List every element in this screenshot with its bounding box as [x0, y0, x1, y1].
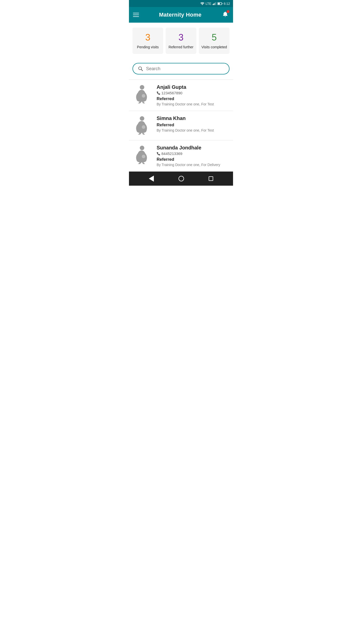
search-icon: [138, 66, 143, 71]
referred-further-label: Referred further: [169, 45, 194, 49]
pending-visits-number: 3: [145, 32, 150, 43]
phone-icon-3: [157, 152, 160, 155]
patient-avatar-1: [132, 84, 153, 104]
patient-info-1: Anjali Gupta 1234567890 Referred By Trai…: [157, 84, 230, 106]
pending-visits-label: Pending visits: [137, 45, 159, 49]
patient-ref-2: By Training Doctor one one, For Test: [157, 128, 230, 132]
page-title: Maternity Home: [159, 12, 201, 18]
svg-rect-6: [222, 3, 222, 4]
visits-completed-number: 5: [212, 32, 217, 43]
svg-point-0: [202, 5, 203, 5]
referred-further-number: 3: [178, 32, 184, 43]
notification-badge: [227, 10, 230, 13]
svg-rect-7: [218, 3, 220, 4]
svg-rect-2: [214, 3, 214, 5]
patient-item-3[interactable]: Sunanda Jondhale 8445213369 Referred By …: [129, 140, 233, 172]
svg-point-12: [142, 94, 145, 98]
patient-ref-1: By Training Doctor one one, For Test: [157, 102, 230, 106]
back-button[interactable]: [149, 176, 154, 182]
patient-phone-3: 8445213369: [157, 151, 230, 156]
svg-point-15: [142, 125, 145, 129]
svg-rect-1: [213, 4, 213, 5]
time-label: 6:12: [224, 2, 230, 6]
patient-name-2: Simna Khan: [157, 115, 230, 121]
lte-label: LTE: [206, 2, 211, 6]
wifi-icon: [200, 2, 204, 5]
patient-item-2[interactable]: Simna Khan Referred By Training Doctor o…: [129, 111, 233, 140]
search-bar[interactable]: [132, 63, 230, 74]
back-icon: [149, 176, 154, 182]
recents-button[interactable]: [209, 176, 213, 181]
toolbar: Maternity Home: [129, 7, 233, 23]
svg-line-9: [141, 69, 143, 71]
patient-status-1: Referred: [157, 96, 230, 101]
battery-icon: [217, 2, 222, 5]
search-input[interactable]: [146, 66, 224, 71]
patient-info-3: Sunanda Jondhale 8445213369 Referred By …: [157, 145, 230, 167]
notification-button[interactable]: [221, 11, 229, 19]
patient-avatar-3: [132, 145, 153, 165]
signal-icon: [213, 2, 216, 5]
patient-name-1: Anjali Gupta: [157, 84, 230, 90]
patient-item-1[interactable]: Anjali Gupta 1234567890 Referred By Trai…: [129, 80, 233, 111]
status-icons: LTE 6:12: [200, 2, 230, 6]
recents-icon: [209, 176, 213, 181]
patient-phone-1: 1234567890: [157, 91, 230, 95]
home-icon: [178, 176, 184, 181]
patient-name-3: Sunanda Jondhale: [157, 145, 230, 151]
patient-status-2: Referred: [157, 123, 230, 128]
bottom-nav: [129, 172, 233, 186]
search-section: [129, 59, 233, 79]
svg-rect-3: [215, 3, 215, 5]
svg-point-13: [140, 116, 144, 121]
patient-status-3: Referred: [157, 157, 230, 162]
stat-card-pending[interactable]: 3 Pending visits: [132, 28, 163, 54]
svg-rect-4: [216, 2, 216, 5]
svg-point-10: [140, 85, 144, 90]
phone-icon-1: [157, 91, 160, 95]
stats-section: 3 Pending visits 3 Referred further 5 Vi…: [129, 23, 233, 59]
menu-button[interactable]: [133, 13, 139, 17]
stat-card-completed[interactable]: 5 Visits completed: [199, 28, 230, 54]
patient-list: Anjali Gupta 1234567890 Referred By Trai…: [129, 80, 233, 172]
svg-point-16: [140, 146, 144, 150]
stat-card-referred[interactable]: 3 Referred further: [166, 28, 196, 54]
patient-avatar-2: [132, 115, 153, 136]
status-bar: LTE 6:12: [129, 0, 233, 7]
svg-point-18: [142, 155, 145, 158]
home-button[interactable]: [178, 176, 184, 181]
patient-info-2: Simna Khan Referred By Training Doctor o…: [157, 115, 230, 132]
patient-ref-3: By Training Doctor one one, For Delivery: [157, 163, 230, 167]
visits-completed-label: Visits completed: [201, 45, 227, 49]
